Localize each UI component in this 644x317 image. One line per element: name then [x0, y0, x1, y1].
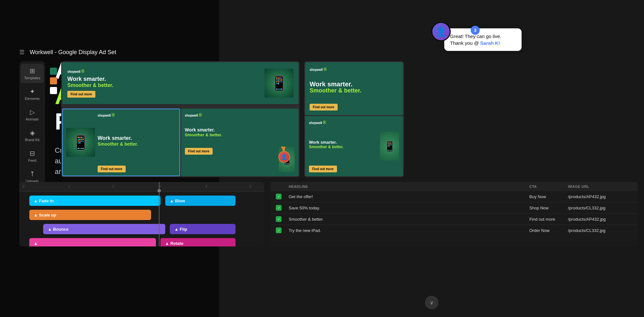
row3-headline: Smoother & better.	[289, 217, 529, 222]
row1-headline: Get the offer!	[289, 194, 529, 199]
track-fade-label: ▲ Fade in	[34, 198, 54, 203]
ad-card-top[interactable]: shopwell ® Work smarter. Smoother & bett…	[62, 62, 299, 104]
row4-cta: Order Now	[529, 228, 568, 233]
track-rotate-label-right: ▲ Rotate	[165, 241, 183, 246]
sidebar-label-templates: Templates	[24, 76, 40, 80]
sidebar-item-animate[interactable]: ▷ Animate	[21, 105, 44, 124]
col-image-url: IMAGE URL	[568, 185, 632, 188]
swatch-white[interactable]	[50, 87, 57, 94]
row4-headline: Try the new iPad.	[289, 228, 529, 233]
row3-url: /products/AP432.jpg	[568, 217, 632, 222]
track-bounce-label: ▲ Bounce	[48, 227, 68, 232]
track-fade-blow: ▲ Fade in ▲ Blow	[24, 195, 259, 207]
ad-subheadline-top: Smoother & better.	[67, 82, 261, 88]
ad-subheadline-r1: Smoother & better.	[310, 88, 399, 94]
table-row: ✓ Save 50% today. Shop Now /products/CL3…	[271, 202, 638, 214]
track-flip-label: ▲ Flip	[174, 227, 187, 232]
row4-url: /products/CL332.jpg	[568, 228, 632, 233]
ad-cta-r1[interactable]: Find out more	[310, 104, 338, 110]
elements-icon: ✦	[30, 88, 35, 95]
color-swatches	[50, 68, 57, 94]
row1-cta: Buy Now	[529, 194, 568, 199]
ad-cta-br[interactable]: Find out more	[185, 148, 213, 155]
sidebar-label-animate: Animate	[26, 117, 39, 121]
sidebar-label-elements: Elements	[25, 97, 40, 101]
ad-card-bottom-left[interactable]: 📱 shopwell ® Work smarter. Smoother & be…	[62, 109, 180, 176]
ad-subheadline-br: Smoother & better.	[185, 132, 295, 137]
track-bounce-flip: ▲ Bounce ▲ Flip	[24, 223, 259, 235]
uploads-icon: ⤒	[30, 170, 35, 178]
window-title: Workwell - Google Display Ad Set	[30, 49, 116, 56]
shopwell-brand-top: shopwell ®	[67, 69, 261, 74]
ad-subheadline-bl: Smoother & better.	[98, 141, 176, 147]
track-rotate-left[interactable]: ▲	[29, 238, 156, 246]
ad-headline-br: Work smarter.	[185, 127, 295, 132]
ad-headline-r1: Work smarter.	[310, 81, 399, 88]
row2-url: /products/CL332.jpg	[568, 206, 632, 210]
ad-image-top: 📱	[264, 69, 293, 98]
ad-cta-r2[interactable]: Find out more	[309, 166, 337, 172]
data-table: HEADLINE CTA IMAGE URL ✓ Get the offer! …	[271, 182, 638, 246]
sidebar-item-feed[interactable]: ⊟ Feed	[21, 146, 44, 166]
ad-cta-bl[interactable]: Find out more	[98, 166, 126, 172]
table-row: ✓ Get the offer! Buy Now /products/AP432…	[271, 191, 638, 202]
ad-card-bottom-right[interactable]: shopwell ® Work smarter. Smoother & bett…	[181, 109, 299, 176]
user-cursor: 👤	[281, 147, 285, 153]
sidebar: ⊞ Templates ✦ Elements ▷ Animate ◈ Brand…	[19, 61, 45, 189]
ad-headline-top: Work smarter.	[67, 76, 261, 82]
right-ad-small[interactable]: shopwell ® Work smarter. Smoother & bett…	[305, 116, 403, 176]
track-flip[interactable]: ▲ Flip	[170, 224, 235, 234]
track-rotate-label-left: ▲	[34, 241, 38, 246]
row2-headline: Save 50% today.	[289, 206, 529, 210]
chat-bubble: Great! They can go live. Thank you @ Sar…	[444, 28, 522, 51]
track-scale-label: ▲ Scale up	[34, 213, 56, 217]
row1-check[interactable]: ✓	[276, 194, 282, 199]
right-ads-panel: shopwell ® Work smarter. Smoother & bett…	[304, 61, 404, 177]
swatch-orange[interactable]	[50, 77, 57, 84]
swatch-green[interactable]	[50, 68, 57, 75]
row4-check[interactable]: ✓	[276, 227, 282, 233]
sidebar-label-feed: Feed	[28, 158, 36, 162]
top-bar: ☰ Workwell - Google Display Ad Set	[19, 45, 644, 59]
sidebar-label-brand-kit: Brand Kit	[25, 138, 39, 142]
right-ad-large[interactable]: shopwell ® Work smarter. Smoother & bett…	[305, 62, 403, 115]
notification-badge: 3	[471, 26, 480, 35]
feed-icon: ⊟	[30, 149, 35, 157]
table-row: ✓ Try the new iPad. Order Now /products/…	[271, 225, 638, 236]
table-row: ✓ Smoother & better. Find out more /prod…	[271, 214, 638, 225]
track-rotate: ▲ ▲ Rotate	[24, 237, 259, 246]
table-header: HEADLINE CTA IMAGE URL	[271, 182, 638, 191]
ad-image-r2: 📱	[380, 131, 399, 160]
animate-icon: ▷	[30, 108, 35, 116]
menu-icon[interactable]: ☰	[19, 49, 24, 56]
scroll-down-button[interactable]: ∨	[425, 296, 438, 309]
track-scale-up[interactable]: ▲ Scale up	[29, 210, 151, 220]
ad-cta-top[interactable]: Find out more	[67, 91, 95, 98]
ad-headline-bl: Work smarter.	[98, 135, 176, 141]
track-blow-label: ▲ Blow	[170, 198, 185, 203]
shopwell-brand-r2: shopwell ®	[309, 120, 377, 125]
col-check	[276, 185, 289, 188]
sidebar-item-brand-kit[interactable]: ◈ Brand Kit	[21, 126, 44, 145]
row3-check[interactable]: ✓	[276, 216, 282, 222]
track-scale: ▲ Scale up	[24, 209, 259, 221]
shopwell-brand-r1: shopwell ®	[310, 67, 399, 72]
col-headline: HEADLINE	[289, 185, 529, 188]
row2-check[interactable]: ✓	[276, 205, 282, 211]
timeline-tracks: ▲ Fade in ▲ Blow ▲ Scale up ▲ Bounce ▲ F…	[19, 192, 264, 246]
shopwell-brand-bl: shopwell ®	[98, 112, 176, 118]
brand-kit-icon: ◈	[30, 129, 35, 137]
track-fade-in[interactable]: ▲ Fade in	[29, 196, 161, 206]
ad-image-bottom-left: 📱	[66, 128, 95, 157]
user-avatar: 👤	[431, 22, 451, 41]
ad-headline-r2: Work smarter.	[309, 140, 377, 145]
track-bounce[interactable]: ▲ Bounce	[43, 224, 165, 234]
row2-cta: Shop Now	[529, 206, 568, 210]
sidebar-item-elements[interactable]: ✦ Elements	[21, 84, 44, 104]
sidebar-item-templates[interactable]: ⊞ Templates	[21, 64, 44, 83]
track-rotate-right[interactable]: ▲ Rotate	[160, 238, 235, 246]
col-cta: CTA	[529, 185, 568, 188]
track-blow[interactable]: ▲ Blow	[165, 196, 235, 206]
timeline-ruler: 0 1 2 3 4 5	[19, 182, 264, 192]
main-canvas: shopwell ® Work smarter. Smoother & bett…	[61, 61, 300, 177]
